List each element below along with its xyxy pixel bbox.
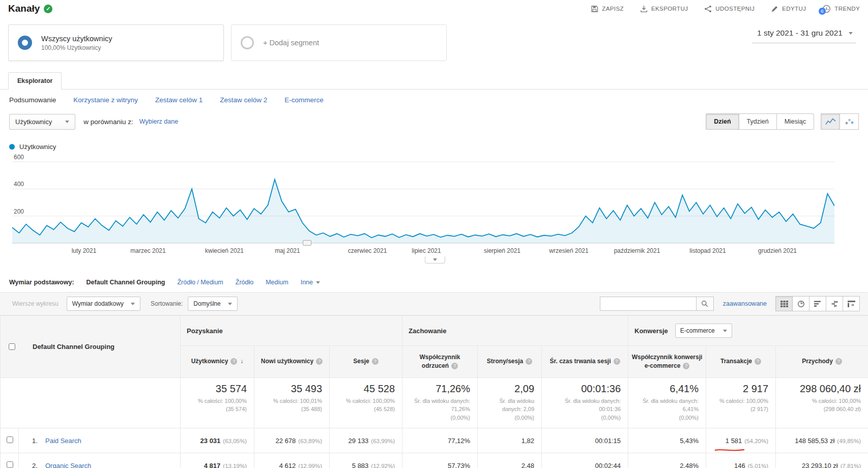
- date-range-picker[interactable]: 1 sty 2021 - 31 gru 2021: [752, 26, 856, 43]
- segments-section: Wszyscy użytkownicy 100,00% Użytkownicy …: [0, 17, 868, 69]
- channel-link[interactable]: Organic Search: [45, 462, 91, 468]
- totals-cell: 2,09Śr. dla widoku danych: 2,09(0,00%): [478, 377, 542, 428]
- column-header[interactable]: Nowi użytkownicy?: [254, 346, 330, 378]
- subnav-site-usage[interactable]: Korzystanie z witryny: [73, 96, 138, 104]
- column-header[interactable]: Sesje?: [330, 346, 402, 378]
- x-axis-tick: wrzesień 2021: [549, 247, 588, 254]
- subnav-ecommerce[interactable]: E-commerce: [284, 96, 324, 104]
- column-header[interactable]: Użytkownicy?↓: [181, 346, 254, 378]
- row-checkbox[interactable]: [7, 461, 13, 468]
- search-button[interactable]: [697, 297, 714, 311]
- annotations-expander[interactable]: [425, 256, 445, 264]
- add-segment-button[interactable]: + Dodaj segment: [231, 24, 447, 61]
- table-view-switcher: [776, 296, 860, 311]
- dimension-source-medium[interactable]: Źródło / Medium: [177, 279, 223, 286]
- metric-selector[interactable]: Użytkownicy: [9, 114, 75, 130]
- dimension-source[interactable]: Źródło: [236, 279, 253, 286]
- plot-rows-button[interactable]: Wiersze wykresu: [6, 297, 65, 311]
- y-axis-tick: 200: [14, 208, 24, 215]
- table-row: 1.Paid Search23 031(63,05%)22 678(63,89%…: [1, 428, 868, 453]
- granularity-day-button[interactable]: Dzień: [706, 113, 739, 130]
- granularity-week-button[interactable]: Tydzień: [739, 113, 777, 130]
- secondary-dimension-dropdown[interactable]: Wymiar dodatkowy: [67, 297, 140, 311]
- bars-view-icon: [814, 301, 821, 307]
- table-toolbar: Wiersze wykresu Wymiar dodatkowy Sortowa…: [0, 292, 868, 315]
- metric-cell: 23 031(63,05%): [181, 428, 254, 453]
- dimension-column-header[interactable]: Default Channel Grouping: [33, 343, 114, 350]
- metric-cell: 4 817(13,19%): [181, 453, 254, 468]
- search-input[interactable]: [600, 297, 697, 311]
- date-range-text: 1 sty 2021 - 31 gru 2021: [757, 28, 843, 38]
- trends-button[interactable]: 6 TRENDY: [822, 5, 860, 13]
- column-header[interactable]: Śr. czas trwania sesji?: [542, 346, 628, 378]
- help-icon[interactable]: ?: [683, 363, 689, 369]
- metric-cell: 57,73%: [402, 453, 478, 468]
- help-icon[interactable]: ?: [372, 358, 379, 365]
- subnav-goal-set-1[interactable]: Zestaw celów 1: [155, 96, 202, 104]
- dimension-other-dropdown[interactable]: Inne: [301, 279, 320, 286]
- granularity-month-button[interactable]: Miesiąc: [776, 113, 814, 130]
- subnav-summary[interactable]: Podsumowanie: [9, 96, 56, 104]
- x-axis-tick: październik 2021: [614, 247, 660, 254]
- compare-label: w porównaniu z:: [83, 118, 133, 126]
- data-view-button[interactable]: [775, 296, 793, 311]
- channel-link[interactable]: Paid Search: [45, 437, 81, 445]
- help-icon[interactable]: ?: [755, 358, 761, 365]
- motion-chart-button[interactable]: [840, 113, 859, 130]
- x-axis-tick: kwiecień 2021: [205, 247, 244, 254]
- x-axis-tick: maj 2021: [275, 247, 300, 254]
- help-icon[interactable]: ?: [614, 358, 620, 365]
- chevron-down-icon: [131, 303, 135, 305]
- table-search: [600, 297, 714, 311]
- performance-view-button[interactable]: [809, 296, 826, 311]
- tab-explorer[interactable]: Eksplorator: [8, 72, 62, 90]
- export-button[interactable]: EKSPORTUJ: [640, 5, 688, 13]
- totals-cell: 00:01:36Śr. dla widoku danych: 00:01:36(…: [542, 377, 628, 428]
- share-icon: [704, 5, 712, 13]
- line-chart-button[interactable]: [821, 113, 840, 130]
- chart-canvas[interactable]: [12, 159, 834, 249]
- help-icon[interactable]: ?: [316, 358, 323, 365]
- edit-button[interactable]: EDYTUJ: [771, 5, 806, 13]
- segment-all-users[interactable]: Wszyscy użytkownicy 100,00% Użytkownicy: [8, 24, 224, 61]
- subnav-goal-set-2[interactable]: Zestaw celów 2: [220, 96, 267, 104]
- timeseries-chart[interactable]: 200400600 luty 2021marzec 2021kwiecień 2…: [12, 153, 856, 272]
- column-header[interactable]: Współczynnik konwersji e-commerce?: [628, 346, 706, 378]
- motion-chart-icon: [845, 118, 854, 125]
- channels-table: Default Channel Grouping Pozyskanie Zach…: [0, 315, 868, 468]
- chart-legend: Użytkownicy: [0, 133, 868, 153]
- row-index: 2.: [32, 462, 45, 468]
- conversion-type-selector[interactable]: E-commerce: [675, 324, 732, 338]
- select-all-checkbox[interactable]: [9, 343, 15, 350]
- column-header[interactable]: Transakcje?: [706, 346, 776, 378]
- dimension-default-channel-grouping[interactable]: Default Channel Grouping: [86, 279, 165, 286]
- secondary-dimension-label: Wymiar dodatkowy: [72, 300, 124, 307]
- chevron-down-icon: [65, 121, 69, 123]
- column-header[interactable]: Strony/sesja?: [478, 346, 542, 378]
- help-icon[interactable]: ?: [451, 363, 458, 369]
- row-checkbox[interactable]: [7, 436, 13, 443]
- x-axis-tick: sierpień 2021: [484, 247, 520, 254]
- help-icon[interactable]: ?: [835, 358, 842, 365]
- advanced-filter-link[interactable]: zaawansowane: [723, 300, 767, 307]
- granularity-group: Dzień Tydzień Miesiąc: [706, 113, 814, 130]
- select-data-link[interactable]: Wybierz dane: [139, 118, 178, 125]
- metric-cell: 5,43%: [628, 428, 706, 453]
- metric-cell: 4 612(12,99%): [254, 453, 330, 468]
- help-icon[interactable]: ?: [230, 358, 237, 365]
- help-icon[interactable]: ?: [526, 358, 532, 365]
- column-header[interactable]: Przychody?: [776, 346, 868, 378]
- segment-subtitle: 100,00% Użytkownicy: [41, 44, 112, 51]
- column-header[interactable]: Współczynnik odrzuceń?: [402, 346, 478, 378]
- add-segment-label: + Dodaj segment: [263, 39, 319, 47]
- comparison-view-button[interactable]: [826, 296, 843, 311]
- metric-cell: 1 581(54,20%): [706, 428, 776, 453]
- percentage-view-button[interactable]: [792, 296, 809, 311]
- pivot-view-button[interactable]: [843, 296, 860, 311]
- dimension-medium[interactable]: Medium: [266, 279, 288, 286]
- save-button[interactable]: ZAPISZ: [591, 5, 624, 13]
- sort-type-dropdown[interactable]: Domyślne: [188, 297, 237, 311]
- share-button[interactable]: UDOSTĘPNIJ: [704, 5, 755, 13]
- segment-title: Wszyscy użytkownicy: [41, 35, 112, 43]
- timeline-scrubber[interactable]: [303, 240, 311, 246]
